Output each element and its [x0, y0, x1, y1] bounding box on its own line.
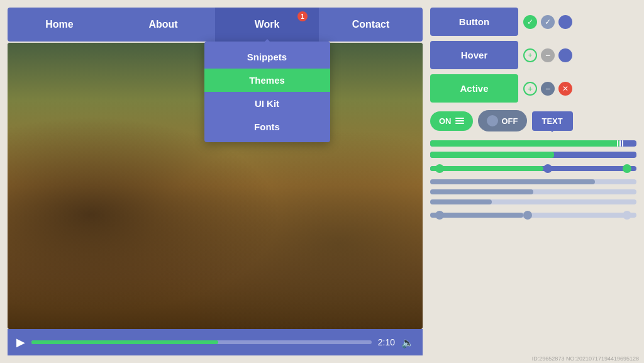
- slider-3[interactable]: [430, 163, 636, 174]
- toggle-line-3: [455, 123, 464, 124]
- dropdown-themes[interactable]: Themes: [204, 69, 330, 92]
- slider-4[interactable]: [430, 179, 636, 184]
- toggle-line-1: [455, 118, 464, 119]
- nav-home[interactable]: Home: [8, 8, 111, 42]
- slider-6[interactable]: [430, 199, 636, 204]
- toggle-off[interactable]: OFF: [478, 110, 527, 131]
- nav-contact[interactable]: Contact: [319, 8, 423, 42]
- left-panel: Home About Work 1 Snippets Themes UI Kit…: [8, 8, 423, 355]
- toggle-text[interactable]: TEXT: [532, 111, 573, 131]
- button-state-icons: ✓ ✓: [523, 15, 572, 29]
- dropdown-uikit[interactable]: UI Kit: [204, 92, 330, 115]
- nav-about-label: About: [148, 19, 177, 30]
- toggle-line-2: [455, 120, 464, 121]
- check-gray-icon[interactable]: ✓: [541, 15, 555, 29]
- nav-work-label: Work: [255, 19, 280, 30]
- toggle-text-label: TEXT: [542, 116, 563, 126]
- right-panel: Button ✓ ✓ Hover + − Active + − ✕: [430, 8, 636, 355]
- nav-bar: Home About Work 1 Snippets Themes UI Kit…: [8, 8, 423, 42]
- volume-button[interactable]: 🔈: [401, 337, 414, 349]
- watermark: ID:29652873 NO:20210717194419695128: [532, 355, 639, 362]
- active-row: Active + − ✕: [430, 74, 636, 103]
- dropdown-snippets[interactable]: Snippets: [204, 45, 330, 69]
- active-state-icons: + − ✕: [523, 82, 572, 96]
- slider-2[interactable]: [430, 152, 636, 158]
- dropdown-fonts[interactable]: Fonts: [204, 115, 330, 138]
- video-controls: ▶ 2:10 🔈: [8, 329, 423, 355]
- nav-home-label: Home: [45, 19, 73, 30]
- toggle-circle: [487, 115, 498, 126]
- active-x-icon[interactable]: ✕: [558, 82, 572, 96]
- time-label: 2:10: [378, 337, 395, 347]
- slider-5[interactable]: [430, 189, 636, 194]
- toggle-on-label: ON: [439, 116, 452, 126]
- nav-about[interactable]: About: [111, 8, 215, 42]
- toggles-row: ON OFF TEXT: [430, 110, 636, 131]
- progress-fill: [31, 340, 218, 344]
- play-button[interactable]: ▶: [16, 335, 25, 349]
- hover-state-icons: + −: [523, 48, 572, 62]
- nav-badge: 1: [297, 11, 308, 21]
- active-plus-icon[interactable]: +: [523, 82, 537, 96]
- button-active[interactable]: Active: [430, 74, 518, 103]
- hover-row: Hover + −: [430, 41, 636, 69]
- toggle-lines: [455, 118, 464, 124]
- minus-icon[interactable]: −: [541, 48, 555, 62]
- check-icon[interactable]: ✓: [523, 15, 537, 29]
- slider-7[interactable]: [430, 209, 636, 221]
- progress-bar[interactable]: [31, 340, 372, 344]
- button-row: Button ✓ ✓: [430, 8, 636, 36]
- nav-contact-label: Contact: [352, 19, 390, 30]
- button-hover[interactable]: Hover: [430, 41, 518, 69]
- nav-work[interactable]: Work 1 Snippets Themes UI Kit Fonts: [215, 8, 319, 42]
- toggle-off-label: OFF: [502, 116, 518, 126]
- plus-icon[interactable]: +: [523, 48, 537, 62]
- circle-blue-2-icon: [558, 48, 572, 62]
- slider-1[interactable]: [430, 140, 636, 147]
- toggle-on[interactable]: ON: [430, 111, 473, 131]
- button-default[interactable]: Button: [430, 8, 518, 36]
- sliders-section: [430, 140, 636, 221]
- dropdown-menu: Snippets Themes UI Kit Fonts: [204, 42, 330, 142]
- circle-blue-icon: [558, 15, 572, 29]
- active-minus-icon[interactable]: −: [541, 82, 555, 96]
